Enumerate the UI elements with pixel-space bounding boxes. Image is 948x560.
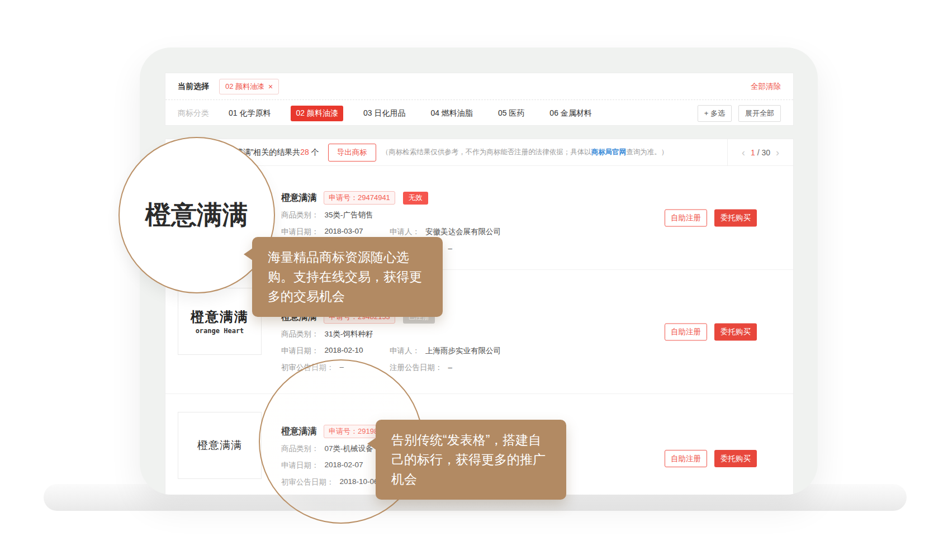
apply-date-value: 2018-02-10 bbox=[325, 346, 363, 357]
filter-panel: 当前选择 02 颜料油漆 × 全部清除 商标分类 01 化学原料 02 颜料油漆… bbox=[165, 73, 794, 126]
application-number-label: 申请号： bbox=[329, 427, 358, 435]
prev-page-icon[interactable]: ‹ bbox=[742, 148, 745, 158]
category-field-value: 07类-机械设备 bbox=[325, 444, 373, 455]
self-register-button[interactable]: 自助注册 bbox=[665, 323, 707, 340]
trademark-image-text: 橙意满满 bbox=[191, 308, 249, 326]
selected-filter-tag-text: 02 颜料油漆 bbox=[225, 82, 264, 92]
category-field-label: 商品类别： bbox=[281, 444, 319, 455]
tooltip-marketplace: 海量精品商标资源随心选购。支持在线交易，获得更多的交易机会 bbox=[252, 237, 443, 317]
current-page: 1 bbox=[751, 148, 755, 157]
applicant-value: 安徽美达会展有限公司 bbox=[425, 227, 501, 236]
trademark-name: 橙意满满 bbox=[281, 426, 317, 438]
current-selection-label: 当前选择 bbox=[178, 82, 209, 92]
category-item-06[interactable]: 06 金属材料 bbox=[544, 106, 596, 121]
applicant-value: 上海雨步实业有限公司 bbox=[425, 347, 501, 355]
results-summary-suffix: 个 bbox=[309, 148, 319, 156]
entrust-buy-button[interactable]: 委托购买 bbox=[714, 209, 757, 226]
category-field-value: 35类-广告销售 bbox=[325, 210, 373, 221]
page-separator: / bbox=[757, 148, 760, 157]
multi-select-button[interactable]: + 多选 bbox=[698, 105, 732, 122]
registration-announcement-value: – bbox=[448, 363, 453, 372]
status-badge: 无效 bbox=[403, 192, 428, 205]
close-icon[interactable]: × bbox=[268, 82, 273, 91]
category-row: 商标分类 01 化学原料 02 颜料油漆 03 日化用品 04 燃料油脂 05 … bbox=[165, 99, 793, 126]
apply-date-label: 申请日期： bbox=[281, 346, 319, 357]
selected-filter-tag[interactable]: 02 颜料油漆 × bbox=[219, 79, 279, 94]
row-actions-1: 自助注册 委托购买 bbox=[665, 209, 757, 226]
entrust-buy-button[interactable]: 委托购买 bbox=[714, 323, 757, 340]
trademark-image-subtext: orange Heart bbox=[196, 327, 244, 335]
trademark-details-2: 橙意满满 申请号：29482153 已注册 商品类别：31类-饲料种籽 申请日期… bbox=[281, 310, 501, 393]
disclaimer-post: 查询为准。） bbox=[626, 148, 668, 156]
expand-all-button[interactable]: 展开全部 bbox=[738, 105, 781, 122]
category-label: 商标分类 bbox=[178, 108, 209, 118]
category-field-label: 商品类别： bbox=[281, 210, 319, 221]
current-selection-row: 当前选择 02 颜料油漆 × 全部清除 bbox=[165, 73, 793, 99]
tooltip-promotion: 告别传统“发表格”，搭建自己的标行，获得更多的推广机会 bbox=[376, 420, 566, 500]
disclaimer-pre: （商标检索结果仅供参考，不作为商标能否注册的法律依据；具体以 bbox=[382, 148, 591, 156]
trademark-image-text: 橙意满满 bbox=[197, 438, 242, 453]
results-header: 为您检索到“橙意满满”相关的结果共28 个 导出商标 （商标检索结果仅供参考，不… bbox=[165, 139, 793, 166]
initial-announcement-label: 初审公告日期： bbox=[281, 363, 334, 374]
disclaimer-text: （商标检索结果仅供参考，不作为商标能否注册的法律依据；具体以商标局官网查询为准。… bbox=[382, 148, 669, 157]
category-item-02-active[interactable]: 02 颜料油漆 bbox=[291, 106, 343, 121]
apply-date-label: 申请日期： bbox=[281, 227, 319, 238]
initial-announcement-label: 初审公告日期： bbox=[281, 477, 334, 488]
pagination: ‹ 1 / 30 › bbox=[727, 139, 793, 166]
application-number-tag: 申请号：29474941 bbox=[324, 191, 395, 205]
category-field-label: 商品类别： bbox=[281, 329, 319, 340]
self-register-button[interactable]: 自助注册 bbox=[665, 209, 707, 226]
category-item-04[interactable]: 04 燃料油脂 bbox=[425, 106, 477, 121]
row-actions-3: 自助注册 委托购买 bbox=[665, 450, 757, 467]
trademark-image-2: 橙意满满 orange Heart bbox=[178, 288, 262, 355]
registration-announcement-value: – bbox=[448, 244, 453, 253]
applicant-label: 申请人： bbox=[390, 347, 420, 355]
trademark-name: 橙意满满 bbox=[281, 192, 317, 204]
export-trademarks-button[interactable]: 导出商标 bbox=[328, 144, 376, 162]
next-page-icon[interactable]: › bbox=[776, 148, 779, 158]
category-actions: + 多选 展开全部 bbox=[698, 105, 781, 122]
apply-date-label: 申请日期： bbox=[281, 461, 319, 472]
applicant-label: 申请人： bbox=[390, 227, 420, 236]
magnifier-circle-1: 橙意满满 bbox=[118, 137, 275, 293]
category-field-value: 31类-饲料种籽 bbox=[325, 329, 373, 340]
entrust-buy-button[interactable]: 委托购买 bbox=[714, 450, 757, 467]
application-number-value: 29474941 bbox=[358, 193, 390, 202]
category-item-03[interactable]: 03 日化用品 bbox=[358, 106, 410, 121]
self-register-button[interactable]: 自助注册 bbox=[665, 450, 707, 467]
category-item-01[interactable]: 01 化学原料 bbox=[224, 106, 276, 121]
category-items: 01 化学原料 02 颜料油漆 03 日化用品 04 燃料油脂 05 医药 06… bbox=[224, 106, 612, 121]
trademark-image-3: 橙意满满 bbox=[178, 412, 262, 479]
initial-announcement-value: 2018-10-06 bbox=[340, 477, 378, 488]
registration-announcement-label: 注册公告日期： bbox=[390, 363, 443, 372]
category-item-05[interactable]: 05 医药 bbox=[493, 106, 529, 121]
row-actions-2: 自助注册 委托购买 bbox=[665, 323, 757, 340]
clear-all-link[interactable]: 全部清除 bbox=[751, 82, 781, 92]
apply-date-value: 2018-03-07 bbox=[325, 227, 363, 238]
initial-announcement-value: – bbox=[340, 363, 344, 374]
trademark-office-link[interactable]: 商标局官网 bbox=[591, 148, 627, 156]
application-number-label: 申请号： bbox=[329, 193, 358, 202]
results-count: 28 bbox=[300, 148, 309, 156]
enlarged-trademark-text: 橙意满满 bbox=[145, 198, 248, 232]
total-pages: 30 bbox=[761, 148, 770, 157]
apply-date-value: 2018-02-07 bbox=[325, 461, 363, 472]
